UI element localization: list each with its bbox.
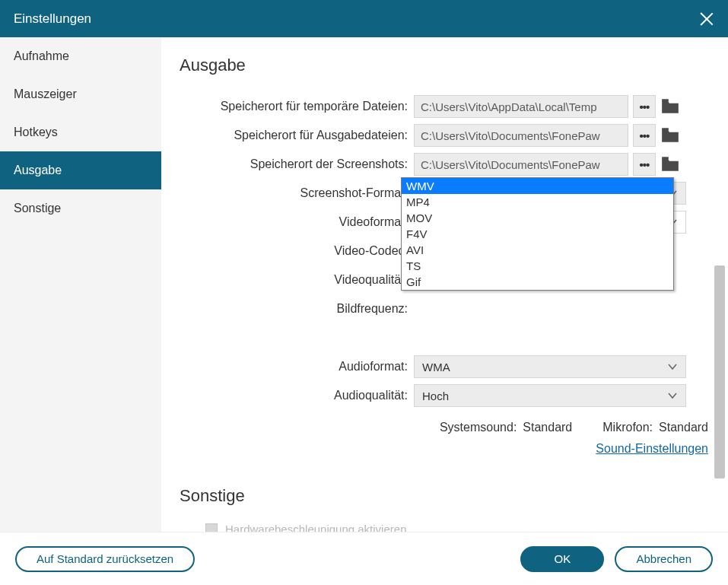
label-screenshot-path: Speicherort der Screenshots: xyxy=(180,157,414,171)
sidebar-item-aufnahme[interactable]: Aufnahme xyxy=(0,37,161,75)
dropdown-item-mov[interactable]: MOV xyxy=(402,210,673,226)
window-title: Einstellungen xyxy=(14,11,91,27)
scrollbar[interactable] xyxy=(714,265,725,478)
svg-rect-1 xyxy=(662,128,669,130)
dropdown-item-f4v[interactable]: F4V xyxy=(402,226,673,242)
row-hw-accel: Hardwarebeschleunigung aktivieren xyxy=(180,523,710,532)
dropdown-item-ts[interactable]: TS xyxy=(402,258,673,274)
folder-icon[interactable] xyxy=(660,156,680,173)
screenshot-path-input[interactable]: C:\Users\Vito\Documents\FonePaw xyxy=(414,153,628,176)
chevron-down-icon xyxy=(667,361,678,372)
hw-accel-label: Hardwarebeschleunigung aktivieren xyxy=(225,523,406,532)
temp-path-browse-button[interactable]: ••• xyxy=(633,95,656,118)
cancel-button[interactable]: Abbrechen xyxy=(615,546,713,572)
footer: Auf Standard zurücksetzen OK Abbrechen xyxy=(0,532,728,585)
svg-rect-2 xyxy=(662,157,669,159)
label-screenshot-format: Screenshot-Format: xyxy=(180,186,414,200)
sidebar-item-ausgabe[interactable]: Ausgabe xyxy=(0,151,161,189)
dropdown-item-mp4[interactable]: MP4 xyxy=(402,194,673,210)
audio-format-value: WMA xyxy=(422,361,450,374)
audio-format-select[interactable]: WMA xyxy=(414,355,686,378)
sidebar-item-mauszeiger[interactable]: Mauszeiger xyxy=(0,75,161,113)
label-audio-quality: Audioqualität: xyxy=(180,389,414,402)
chevron-down-icon xyxy=(667,390,678,401)
dropdown-item-wmv[interactable]: WMV xyxy=(402,178,673,194)
label-frame-rate: Bildfrequenz: xyxy=(180,302,414,316)
label-video-codec: Video-Codec: xyxy=(180,244,414,258)
reset-defaults-button[interactable]: Auf Standard zurücksetzen xyxy=(15,546,195,572)
row-output-path: Speicherort für Ausgabedateien: C:\Users… xyxy=(180,121,710,150)
section-title-output: Ausgabe xyxy=(180,56,710,75)
label-video-format: Videoformat: xyxy=(180,215,414,229)
status-row: Systemsound: Standard Mikrofon: Standard xyxy=(180,421,710,434)
system-sound-label: Systemsound: xyxy=(440,421,517,434)
sidebar-item-sonstige[interactable]: Sonstige xyxy=(0,189,161,227)
output-path-browse-button[interactable]: ••• xyxy=(633,124,656,147)
mic-value: Standard xyxy=(659,421,708,434)
audio-quality-select[interactable]: Hoch xyxy=(414,384,686,407)
row-audio-quality: Audioqualität: Hoch xyxy=(180,381,710,410)
folder-icon[interactable] xyxy=(660,98,680,115)
sound-settings-link[interactable]: Sound-Einstellungen xyxy=(596,442,708,456)
label-output-path: Speicherort für Ausgabedateien: xyxy=(180,129,414,142)
ok-button[interactable]: OK xyxy=(520,546,604,572)
label-video-quality: Videoqualität: xyxy=(180,273,414,287)
screenshot-path-browse-button[interactable]: ••• xyxy=(633,153,656,176)
system-sound-value: Standard xyxy=(523,421,572,434)
row-frame-rate: Bildfrequenz: xyxy=(180,294,710,323)
folder-icon[interactable] xyxy=(660,127,680,144)
row-temp-path: Speicherort für temporäre Dateien: C:\Us… xyxy=(180,92,710,121)
audio-quality-value: Hoch xyxy=(422,389,449,402)
mic-label: Mikrofon: xyxy=(602,421,653,434)
dropdown-item-gif[interactable]: Gif xyxy=(402,274,673,290)
section-title-other: Sonstige xyxy=(180,486,710,506)
sidebar-item-hotkeys[interactable]: Hotkeys xyxy=(0,113,161,151)
close-icon[interactable] xyxy=(699,11,714,27)
body: Aufnahme Mauszeiger Hotkeys Ausgabe Sons… xyxy=(0,37,728,532)
label-audio-format: Audioformat: xyxy=(180,360,414,374)
hw-accel-checkbox[interactable] xyxy=(205,523,218,533)
dropdown-item-avi[interactable]: AVI xyxy=(402,242,673,258)
row-screenshot-path: Speicherort der Screenshots: C:\Users\Vi… xyxy=(180,150,710,179)
video-format-dropdown[interactable]: WMV MP4 MOV F4V AVI TS Gif xyxy=(401,177,674,291)
main-panel: Ausgabe Speicherort für temporäre Dateie… xyxy=(161,37,728,532)
output-path-input[interactable]: C:\Users\Vito\Documents\FonePaw xyxy=(414,124,628,147)
titlebar: Einstellungen xyxy=(0,0,728,37)
svg-rect-0 xyxy=(662,99,669,101)
row-audio-format: Audioformat: WMA xyxy=(180,352,710,381)
temp-path-input[interactable]: C:\Users\Vito\AppData\Local\Temp xyxy=(414,95,628,118)
sidebar: Aufnahme Mauszeiger Hotkeys Ausgabe Sons… xyxy=(0,37,161,532)
label-temp-path: Speicherort für temporäre Dateien: xyxy=(180,100,414,113)
